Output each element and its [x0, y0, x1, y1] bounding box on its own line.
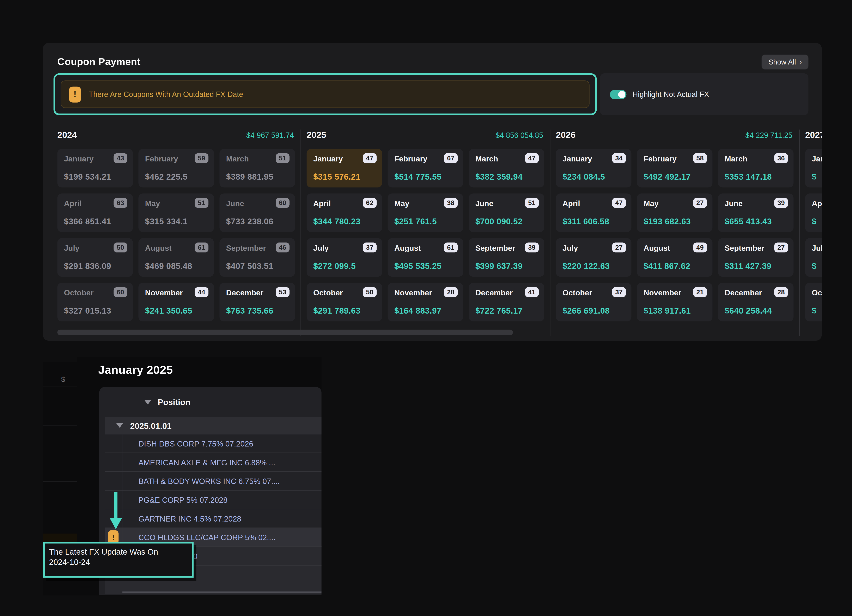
- month-cell-2027-april[interactable]: April $: [805, 193, 822, 232]
- month-name: March: [476, 154, 498, 163]
- month-cell-2026-august[interactable]: August 49 $411 867.62: [637, 238, 712, 277]
- month-cell-2025-april[interactable]: April 62 $344 780.23: [307, 193, 382, 232]
- month-cell-2025-september[interactable]: September 39 $399 637.39: [469, 238, 544, 277]
- month-cell-2026-april[interactable]: April 47 $311 606.58: [556, 193, 631, 232]
- month-name: February: [644, 154, 677, 163]
- coupon-count-badge: 21: [693, 287, 707, 297]
- bond-label: BATH & BODY WORKS INC 6.75% 07....: [122, 477, 280, 485]
- month-cell-2026-october[interactable]: October 37 $266 691.08: [556, 283, 631, 322]
- month-cell-2026-february[interactable]: February 58 $492 492.17: [637, 149, 712, 187]
- year-total: $4 856 054.85: [495, 131, 543, 139]
- month-cell-2026-may[interactable]: May 27 $193 682.63: [637, 193, 712, 232]
- month-name: December: [476, 288, 513, 297]
- month-cell-2025-december[interactable]: December 41 $722 765.17: [469, 283, 544, 322]
- month-cell-2025-july[interactable]: July 37 $272 099.5: [307, 238, 382, 277]
- tooltip-line1: The Latest FX Update Was On: [49, 547, 192, 557]
- month-name: February: [145, 154, 178, 163]
- position-row[interactable]: GARTNER INC 4.5% 07.2028: [105, 509, 322, 528]
- month-amount: $733 238.06: [226, 217, 273, 226]
- month-cell-2024-september[interactable]: September 46 $407 503.51: [219, 238, 295, 277]
- month-amount: $382 359.94: [476, 172, 523, 181]
- caret-down-icon[interactable]: [116, 423, 123, 428]
- coupon-count-badge: 50: [113, 243, 127, 252]
- month-name: January: [812, 154, 822, 163]
- month-cell-2025-october[interactable]: October 50 $291 789.63: [307, 283, 382, 322]
- month-cell-2024-may[interactable]: May 51 $315 334.1: [138, 193, 214, 232]
- month-cell-2025-august[interactable]: August 61 $495 535.25: [388, 238, 463, 277]
- month-cell-2026-march[interactable]: March 36 $353 147.18: [718, 149, 793, 187]
- year-divider: [301, 130, 301, 336]
- coupon-count-badge: 28: [774, 287, 788, 297]
- coupon-count-badge: 28: [444, 287, 458, 297]
- month-amount: $495 535.25: [394, 261, 441, 270]
- month-amount: $389 881.95: [226, 172, 273, 181]
- month-cell-2025-january[interactable]: January 47 $315 576.21: [307, 149, 382, 187]
- month-cell-2026-july[interactable]: July 27 $220 122.63: [556, 238, 631, 277]
- month-cell-2024-june[interactable]: June 60 $733 238.06: [219, 193, 295, 232]
- month-cell-2024-august[interactable]: August 61 $469 085.48: [138, 238, 214, 277]
- coupon-count-badge: 27: [693, 198, 707, 208]
- month-cell-2026-june[interactable]: June 39 $655 413.43: [718, 193, 793, 232]
- month-cell-2026-september[interactable]: September 27 $311 427.39: [718, 238, 793, 277]
- table-scrollbar[interactable]: [122, 592, 322, 593]
- warning-callout-outline: ! There Are Coupons With An Outdated FX …: [54, 73, 597, 115]
- caret-down-icon[interactable]: [145, 400, 151, 404]
- month-cell-2025-november[interactable]: November 28 $164 883.97: [388, 283, 463, 322]
- month-name: September: [725, 244, 764, 253]
- month-cell-2025-february[interactable]: February 67 $514 775.55: [388, 149, 463, 187]
- fx-warning-banner: ! There Are Coupons With An Outdated FX …: [60, 80, 589, 108]
- position-row[interactable]: AMERICAN AXLE & MFG INC 6.88% ...: [105, 453, 322, 472]
- month-cell-2027-october[interactable]: October $: [805, 283, 822, 322]
- month-cell-2024-february[interactable]: February 59 $462 225.5: [138, 149, 214, 187]
- date-group-row[interactable]: 2025.01.01: [105, 417, 322, 434]
- month-amount: $: [812, 172, 816, 181]
- year-label: 2024: [57, 130, 77, 140]
- month-cell-2025-march[interactable]: March 47 $382 359.94: [469, 149, 544, 187]
- warning-text: There Are Coupons With An Outdated FX Da…: [89, 90, 243, 98]
- coupon-count-badge: 46: [275, 243, 290, 252]
- month-amount: $353 147.18: [725, 172, 772, 181]
- position-row[interactable]: DISH DBS CORP 7.75% 07.2026: [105, 434, 322, 453]
- highlight-fx-toggle[interactable]: [610, 89, 626, 99]
- month-cell-2024-november[interactable]: November 44 $241 350.65: [138, 283, 214, 322]
- horizontal-scrollbar[interactable]: [57, 330, 513, 335]
- month-amount: $640 258.44: [725, 306, 772, 315]
- position-row[interactable]: PG&E CORP 5% 07.2028: [105, 491, 322, 509]
- years-row: 2024 $4 967 591.74 January 43 $199 534.2…: [43, 127, 822, 336]
- detail-panel-title: January 2025: [98, 363, 173, 376]
- position-row[interactable]: BATH & BODY WORKS INC 6.75% 07....: [105, 472, 322, 491]
- month-cell-2027-july[interactable]: July $: [805, 238, 822, 277]
- month-cell-2027-january[interactable]: January $: [805, 149, 822, 187]
- month-cell-2026-november[interactable]: November 21 $138 917.61: [637, 283, 712, 322]
- month-name: October: [64, 288, 94, 297]
- position-column-header: Position: [158, 397, 190, 407]
- coupon-count-badge: 27: [612, 243, 626, 252]
- month-name: March: [226, 154, 249, 163]
- page-title: Coupon Payment: [57, 56, 140, 68]
- month-name: April: [313, 199, 331, 208]
- coupon-count-badge: 39: [525, 243, 539, 252]
- month-name: June: [476, 199, 493, 208]
- month-cell-2025-may[interactable]: May 38 $251 761.5: [388, 193, 463, 232]
- month-cell-2024-october[interactable]: October 60 $327 015.13: [57, 283, 133, 322]
- show-all-button[interactable]: Show All ›: [762, 54, 808, 69]
- month-cell-2024-march[interactable]: March 51 $389 881.95: [219, 149, 295, 187]
- year-column: 2024 $4 967 591.74 January 43 $199 534.2…: [57, 127, 295, 336]
- month-amount: $138 917.61: [644, 306, 691, 315]
- month-cell-2025-june[interactable]: June 51 $700 090.52: [469, 193, 544, 232]
- month-cell-2026-december[interactable]: December 28 $640 258.44: [718, 283, 793, 322]
- month-cell-2024-december[interactable]: December 53 $763 735.66: [219, 283, 295, 322]
- coupon-count-badge: 58: [693, 153, 707, 163]
- chevron-right-icon: ›: [799, 58, 802, 65]
- row-gutter: [105, 434, 122, 453]
- month-cell-2026-january[interactable]: January 34 $234 084.5: [556, 149, 631, 187]
- month-cell-2024-january[interactable]: January 43 $199 534.21: [57, 149, 133, 187]
- month-amount: $311 606.58: [562, 217, 609, 226]
- month-name: October: [812, 288, 822, 297]
- coupon-count-badge: 34: [612, 153, 626, 163]
- month-amount: $344 780.23: [313, 217, 360, 226]
- month-amount: $220 122.63: [562, 261, 610, 270]
- month-cell-2024-april[interactable]: April 63 $366 851.41: [57, 193, 133, 232]
- month-name: May: [644, 199, 659, 208]
- month-cell-2024-july[interactable]: July 50 $291 836.09: [57, 238, 133, 277]
